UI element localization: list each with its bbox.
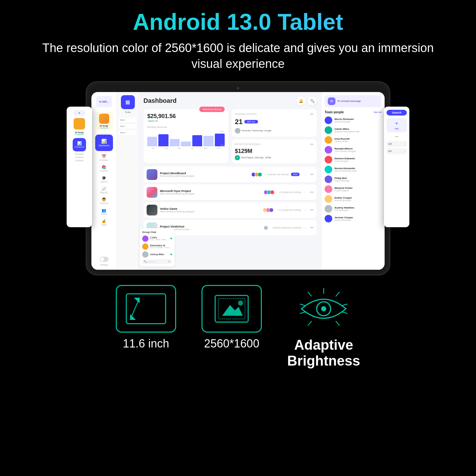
main-sidebar: a cad... Hi Surja Freelancer 📊 Dashboard <box>91 92 117 270</box>
project-row-3[interactable]: Vodoo Game Many desktop publishing packa… <box>143 202 317 218</box>
payout-icon: $ <box>235 155 240 160</box>
see-all-button[interactable]: SEE ALL <box>244 120 258 123</box>
gc-search-placeholder: Search... <box>148 261 167 263</box>
member-avatar-4 <box>325 146 332 154</box>
team-member-3[interactable]: Irma Russell Content Writter <box>325 136 381 144</box>
nav-dashboard-active[interactable]: 📊 Dashboard <box>95 135 113 151</box>
running-label: RUNNING PROJET <box>235 113 257 115</box>
gc-item-2[interactable]: Elementary 16 Jason, Romelu, Carlos... <box>142 243 172 250</box>
star-icon-3[interactable]: ☆ <box>303 208 306 212</box>
gc-item-1[interactable]: Z Girls Lucy, Claire, Sarah <box>142 235 172 242</box>
gc-item-3[interactable]: Johnny Miles <box>142 251 172 258</box>
project-name-2: Microsoft Oyex Project <box>160 189 261 193</box>
partnership-text: Recently: Partnership: Google <box>242 129 271 132</box>
team-member-10[interactable]: Audrey Hawkins PHP developer <box>325 205 381 213</box>
bar-5 <box>192 135 202 146</box>
todo-items: Task 1 Task 2 Task 3 <box>119 118 137 135</box>
member-avatar-11 <box>325 215 332 222</box>
page-title: Android 13.0 Tablet <box>25 10 451 35</box>
calvin-miles-name: Calvin Miles <box>334 128 381 130</box>
group-chat-panel: Group Chat Z Girls Lucy, Claire, Sarah <box>140 228 175 267</box>
tablet-screen: a cad... Hi Surja Freelancer 📊 Dashboard <box>91 92 385 270</box>
expected-dots: ••• <box>310 142 314 146</box>
star-icon-1[interactable]: ☆ <box>303 173 306 176</box>
team-member-1[interactable]: Morris Richards General Manager <box>325 116 381 124</box>
team-title: Team people <box>325 110 344 114</box>
side-schedule[interactable]: Schedule <box>75 153 84 155</box>
svg-line-12 <box>342 304 347 306</box>
side-more-dots: ••• <box>387 135 407 138</box>
team-member-6[interactable]: Norma Alexander Internet Marketing Head <box>325 166 381 173</box>
nav-schedule[interactable]: 📅 Schedule <box>95 153 113 162</box>
teams-icon: 👥 <box>102 208 106 213</box>
gc-online-3 <box>170 254 172 255</box>
svg-marker-2 <box>130 314 136 320</box>
gc-online-1 <box>170 238 172 239</box>
svg-line-14 <box>336 321 340 326</box>
bar-7 <box>215 134 225 146</box>
search-icon[interactable]: 🔍 <box>308 96 317 105</box>
feature-brightness: AdaptiveBrightness <box>287 285 360 369</box>
screen-size-icon-box <box>116 285 176 333</box>
side-cources[interactable]: Cources <box>75 156 83 158</box>
nav-dashboard-label: Dashboard <box>98 144 109 147</box>
svg-point-7 <box>238 301 243 306</box>
more-icon-4[interactable]: ••• <box>310 226 314 229</box>
partnership-row: Recently: Partnership: Google <box>235 128 314 134</box>
nav-teams[interactable]: 👥 Teams <box>95 207 113 216</box>
profile-role: Freelancer <box>97 127 111 129</box>
side-lessons[interactable]: Lessons <box>75 159 83 162</box>
nav-teachers[interactable]: 👨 Teachers <box>95 196 113 206</box>
feature-size: 11.6 inch <box>116 285 176 369</box>
project-avatars-3 <box>263 208 274 212</box>
svg-line-11 <box>336 292 340 296</box>
team-member-5[interactable]: Darlene Edwards Visual Designer <box>325 156 381 163</box>
main-content: Dashboard 🔔 🔍 <box>139 92 321 270</box>
team-member-7[interactable]: Philip Bell Project Manager <box>325 175 381 183</box>
expected-label: EXPECTED REVENUE <box>235 143 261 145</box>
project-row-1[interactable]: Project Moodboard Many desktop publishin… <box>143 167 317 182</box>
todo-panel: ▦ To do Task 1 Task 2 Task 3 <box>117 92 139 270</box>
project-name-3: Vodoo Game <box>160 207 260 210</box>
gc-settings-icon[interactable]: ⚙ <box>168 260 170 263</box>
team-member-11[interactable]: Jerome Cooper Android developer <box>325 215 381 222</box>
project-name-1: Project Moodboard <box>160 172 249 175</box>
feature-resolution-label: 2560*1600 <box>204 337 259 350</box>
team-member-2[interactable]: Calvin Miles Business Development Mar <box>325 126 381 134</box>
working-text-2: +5 people are working <box>279 191 301 193</box>
notification-icon[interactable]: 🔔 <box>296 96 305 105</box>
balance-change: +$985.56 <box>147 120 176 122</box>
avatar <box>99 114 109 124</box>
page-subtitle: The resolution color of 2560*1600 is del… <box>25 40 451 72</box>
team-member-8[interactable]: Marjorie Fisher Visual Designer <box>325 185 381 193</box>
more-icon-3[interactable]: ••• <box>310 208 314 212</box>
logo: a cad... <box>96 96 112 107</box>
message-banner[interactable]: ✉ 37 unread message <box>325 95 381 107</box>
gc-search[interactable]: 🔍 Search... ⚙ <box>142 259 172 264</box>
gc-avatar-3 <box>142 251 149 258</box>
nav-cources[interactable]: 📚 Cources <box>95 164 113 173</box>
settings-toggle[interactable] <box>100 257 109 262</box>
withdraw-button[interactable]: Withdraw Money <box>199 107 225 112</box>
eye-svg <box>295 285 352 333</box>
side-profile-role: Freelancer <box>75 134 84 136</box>
side-profile-name: Hi Surja <box>75 131 83 134</box>
project-row-2[interactable]: Microsoft Oyex Project Many desktop publ… <box>143 184 317 200</box>
settings-label: Settings <box>100 264 108 266</box>
svg-line-18 <box>308 321 312 326</box>
team-member-4[interactable]: Randall Wilson User Interface Designer <box>325 146 381 154</box>
see-all-link[interactable]: See all <box>374 111 381 114</box>
more-icon-2[interactable]: ••• <box>310 190 314 194</box>
member-avatar-2 <box>325 126 332 134</box>
nav-reports[interactable]: 📈 Reports <box>95 185 113 195</box>
team-member-9[interactable]: Esther Cooper Android developer <box>325 195 381 203</box>
nav-sales[interactable]: 💰 Sales <box>95 218 113 227</box>
nav-lessons[interactable]: 🎓 Lessons <box>95 175 113 184</box>
star-icon-2[interactable]: ☆ <box>303 190 306 194</box>
todo-icon: ▦ <box>121 95 135 109</box>
star-icon-4[interactable]: ☆ <box>303 226 306 229</box>
svg-line-13 <box>342 312 347 314</box>
payout-text: Next Payout: 23rd Sep - $73M <box>241 156 271 159</box>
search-button[interactable]: Search <box>387 110 407 116</box>
more-icon-1[interactable]: ••• <box>310 173 314 176</box>
